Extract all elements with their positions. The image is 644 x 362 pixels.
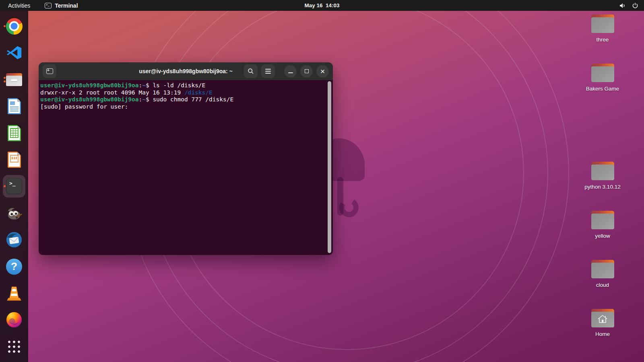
- close-icon: ✕: [320, 68, 325, 74]
- close-button[interactable]: ✕: [316, 65, 329, 78]
- dock-item-gimp[interactable]: [2, 202, 26, 225]
- search-button[interactable]: [244, 64, 258, 78]
- desktop-icon-label: Bakers Game: [586, 86, 619, 92]
- terminal-line: drwxr-xr-x 2 root root 4096 May 16 13:19…: [40, 89, 326, 97]
- running-indicator: [4, 77, 6, 82]
- new-tab-icon: [46, 68, 53, 74]
- focused-app-label: Terminal: [55, 2, 78, 9]
- desktop-icon-python-3-10-12[interactable]: python 3.10.12: [578, 162, 627, 190]
- dock-item-vscode[interactable]: [2, 41, 26, 64]
- desktop-icon-label: Home: [595, 331, 610, 337]
- files-icon: [5, 71, 23, 88]
- dock-item-show-apps[interactable]: [2, 335, 26, 358]
- folder-icon: [591, 64, 614, 82]
- show-apps-icon: [5, 338, 23, 356]
- dock-item-firefox[interactable]: [2, 308, 26, 331]
- folder-icon: [591, 211, 614, 229]
- search-icon: [248, 68, 254, 74]
- activities-button[interactable]: Activities: [8, 2, 30, 9]
- terminal-titlebar[interactable]: user@iv-yds8uh998gbw80bij9oa: ~: [39, 62, 333, 80]
- folder-icon: [591, 162, 614, 180]
- minimize-button[interactable]: [284, 65, 297, 78]
- dock-item-vlc[interactable]: [2, 282, 26, 305]
- maximize-button[interactable]: [300, 65, 313, 78]
- dock-item-calc[interactable]: [2, 121, 26, 145]
- folder-icon: [591, 14, 614, 33]
- minimize-icon: [288, 72, 293, 73]
- vlc-icon: [5, 284, 23, 302]
- home-folder-icon: [591, 309, 614, 327]
- dock-item-writer[interactable]: [2, 95, 26, 118]
- terminal-line: user@iv-yds8uh998gbw80bij9oa:~$ sudo chm…: [40, 96, 326, 103]
- dock-item-thunderbird[interactable]: [2, 228, 26, 251]
- folder-icon: [591, 260, 614, 278]
- dock-item-chrome[interactable]: [2, 14, 26, 38]
- dock-item-help[interactable]: ?: [2, 255, 26, 278]
- desktop-icon-label: python 3.10.12: [584, 184, 620, 190]
- terminal-title: user@iv-yds8uh998gbw80bij9oa: ~: [139, 68, 233, 74]
- desktop-icon-bakers-game[interactable]: Bakers Game: [578, 64, 627, 92]
- gimp-icon: [5, 204, 23, 222]
- power-icon[interactable]: [632, 2, 638, 9]
- desktop-icon-home[interactable]: Home: [578, 309, 627, 337]
- desktop-icon-label: cloud: [596, 282, 609, 288]
- menu-button[interactable]: [261, 64, 275, 78]
- dock: ?: [0, 11, 28, 362]
- dock-item-terminal[interactable]: [2, 175, 26, 198]
- running-indicator: [4, 25, 6, 27]
- running-indicator: [4, 185, 6, 187]
- top-bar: Activities Terminal May 16 14:03: [0, 0, 644, 11]
- desktop-icon-cloud[interactable]: cloud: [578, 260, 627, 288]
- terminal-mini-icon: [45, 3, 52, 8]
- desktop-screen: threeBakers Gamepython 3.10.12yellowclou…: [0, 0, 644, 362]
- volume-icon[interactable]: [619, 2, 626, 9]
- terminal-scrollbar[interactable]: [328, 81, 331, 253]
- terminal-icon: [5, 177, 23, 195]
- vscode-icon: [5, 44, 23, 62]
- desktop-icon-yellow[interactable]: yellow: [578, 211, 627, 239]
- terminal-line: user@iv-yds8uh998gbw80bij9oa:~$ ls -ld /…: [40, 82, 326, 89]
- terminal-output[interactable]: user@iv-yds8uh998gbw80bij9oa:~$ ls -ld /…: [39, 80, 333, 255]
- dock-item-files[interactable]: [2, 68, 26, 91]
- terminal-line: [sudo] password for user:: [40, 103, 326, 111]
- help-icon: ?: [5, 258, 23, 276]
- focused-app-menu[interactable]: Terminal: [45, 2, 78, 9]
- libreoffice-writer-icon: [5, 97, 23, 115]
- desktop-icon-label: three: [597, 37, 609, 43]
- new-tab-button[interactable]: [43, 64, 56, 78]
- hamburger-icon: [265, 71, 271, 72]
- desktop-icon-label: yellow: [595, 233, 610, 239]
- desktop-icon-three[interactable]: three: [578, 14, 627, 43]
- terminal-window: user@iv-yds8uh998gbw80bij9oa: ~: [39, 62, 333, 255]
- maximize-icon: [305, 69, 309, 73]
- dock-item-impress[interactable]: [2, 148, 26, 171]
- firefox-icon: [5, 311, 23, 329]
- thunderbird-icon: [5, 231, 23, 249]
- libreoffice-calc-icon: [5, 124, 23, 142]
- chrome-icon: [5, 17, 23, 35]
- clock-button[interactable]: May 16 14:03: [304, 0, 339, 11]
- libreoffice-impress-icon: [5, 151, 23, 169]
